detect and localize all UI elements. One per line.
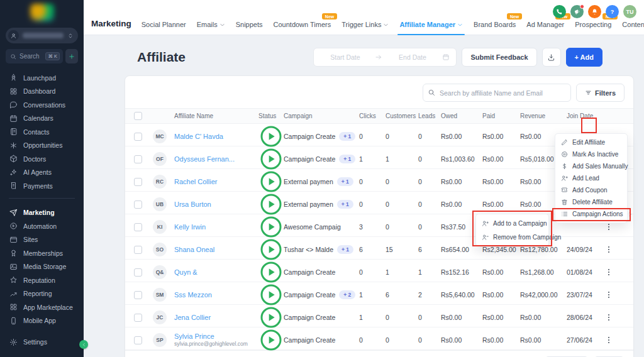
row-checkbox[interactable] xyxy=(134,291,142,299)
tab-social-planner[interactable]: Social Planner xyxy=(142,21,186,28)
sidebar-item-ai-agents[interactable]: AI Agents xyxy=(0,166,84,180)
sidebar-quick-add-button[interactable] xyxy=(65,49,78,63)
affiliate-name-link[interactable]: Ursa Burton xyxy=(174,200,258,209)
sidebar-item-launchpad[interactable]: Launchpad xyxy=(0,71,84,85)
row-checkbox[interactable] xyxy=(134,178,142,186)
affiliate-name-link[interactable]: Rachel Collier xyxy=(174,178,258,186)
person-minus-icon xyxy=(482,234,489,241)
table-row: SP Sylvia Prince sylvia.prince@gohighlev… xyxy=(125,327,633,350)
menu-item-remove-from-campaign[interactable]: Remove from Campaign xyxy=(476,230,548,244)
col-status: Status xyxy=(258,113,284,119)
tab-snippets[interactable]: Snippets xyxy=(236,21,263,28)
sidebar-item-reporting[interactable]: Reporting xyxy=(0,287,84,301)
affiliate-search-input[interactable] xyxy=(423,84,571,102)
row-actions-kebab-button[interactable] xyxy=(603,243,614,256)
menu-item-add-coupon[interactable]: Add Coupon xyxy=(555,184,627,196)
row-checkbox[interactable] xyxy=(134,336,142,344)
phone-button[interactable] xyxy=(553,5,566,18)
arrow-right-icon xyxy=(375,53,382,61)
affiliate-name-link[interactable]: Sss Mezzon xyxy=(174,291,258,299)
sidebar-item-settings[interactable]: Settings xyxy=(0,336,84,349)
clicks-value: 0 xyxy=(359,133,386,140)
menu-item-mark-as-inactive[interactable]: Mark As Inactive xyxy=(555,148,627,160)
table-row: JC Jena Collier Campaign Create 1 0 0 Rs… xyxy=(125,305,633,327)
sidebar-item-contacts[interactable]: Contacts xyxy=(0,125,84,139)
select-all-checkbox[interactable] xyxy=(134,112,142,120)
tab-prospecting[interactable]: Prospecting New xyxy=(575,21,611,28)
menu-item-campaign-actions[interactable]: Campaign Actions xyxy=(555,208,627,220)
affiliate-name-link[interactable]: Sylvia Prince xyxy=(174,332,258,341)
filters-button[interactable]: Filters xyxy=(576,84,625,102)
row-checkbox[interactable] xyxy=(134,314,142,322)
row-actions-kebab-button[interactable] xyxy=(603,265,614,279)
trend-icon xyxy=(9,290,18,298)
announce-button[interactable] xyxy=(570,5,584,18)
tab-ad-manager[interactable]: Ad Manager New xyxy=(526,21,564,28)
end-date-placeholder[interactable]: End Date xyxy=(387,53,437,61)
start-date-placeholder[interactable]: Start Date xyxy=(320,53,370,61)
affiliate-name-link[interactable]: Odysseus Fernan... xyxy=(174,155,258,163)
sidebar-item-media-storage[interactable]: Media Storage xyxy=(0,260,84,274)
coupon-icon xyxy=(561,187,568,194)
add-affiliate-button[interactable]: + Add xyxy=(566,48,602,67)
help-button[interactable]: ? xyxy=(606,5,619,18)
affiliate-name-link[interactable]: Kelly Irwin xyxy=(174,223,258,231)
row-actions-kebab-button[interactable] xyxy=(603,333,614,347)
sidebar-item-conversations[interactable]: Conversations xyxy=(0,98,84,112)
sidebar-item-mobile-app[interactable]: Mobile App xyxy=(0,314,84,328)
tab-emails[interactable]: Emails xyxy=(197,21,225,28)
clicks-value: 0 xyxy=(359,268,386,276)
sidebar-item-label: Automation xyxy=(23,222,57,230)
leads-value: 0 xyxy=(418,336,441,344)
bell-button[interactable] xyxy=(588,5,601,18)
sidebar-item-marketing[interactable]: Marketing xyxy=(0,206,84,220)
user-avatar[interactable]: TU xyxy=(623,5,636,18)
row-actions-kebab-button[interactable] xyxy=(603,310,614,324)
sidebar-search[interactable]: Search ⌘ K xyxy=(6,49,63,63)
sidebar-item-reputation[interactable]: Reputation xyxy=(0,273,84,287)
date-range-picker[interactable]: Start Date End Date xyxy=(313,48,457,67)
paid-value: Rs0.00 xyxy=(482,268,520,276)
row-checkbox[interactable] xyxy=(134,200,142,209)
sidebar-item-dashboard[interactable]: Dashboard xyxy=(0,85,84,99)
row-checkbox[interactable] xyxy=(134,133,142,141)
sidebar-item-memberships[interactable]: Memberships xyxy=(0,246,84,260)
export-button[interactable] xyxy=(542,48,561,67)
sidebar-collapse-button[interactable] xyxy=(79,340,88,349)
sidebar-item-doctors[interactable]: Doctors xyxy=(0,152,84,166)
account-switcher[interactable] xyxy=(6,28,78,43)
menu-item-add-lead[interactable]: Add Lead xyxy=(555,172,627,184)
tab-content-ai[interactable]: Content AI xyxy=(622,21,644,28)
sidebar-item-sites[interactable]: Sites xyxy=(0,233,84,247)
sidebar-item-payments[interactable]: Payments xyxy=(0,179,84,193)
status-active-icon xyxy=(258,237,284,262)
tab-affiliate-manager[interactable]: Affiliate Manager xyxy=(399,21,463,28)
menu-item-add-to-a-campaign[interactable]: Add to a Campaign xyxy=(476,216,548,230)
sidebar-item-label: Reputation xyxy=(23,277,55,284)
menu-item-add-sales-manually[interactable]: Add Sales Manually xyxy=(555,160,627,172)
row-checkbox[interactable] xyxy=(134,246,142,254)
tab-countdown-timers[interactable]: Countdown Timers New xyxy=(274,21,331,28)
receipt-icon xyxy=(9,182,18,190)
menu-item-edit-affiliate[interactable]: Edit Affiliate xyxy=(555,136,627,148)
row-checkbox[interactable] xyxy=(134,268,142,277)
sidebar-item-calendars[interactable]: Calendars xyxy=(0,112,84,126)
submit-feedback-button[interactable]: Submit Feedback xyxy=(462,48,536,67)
row-checkbox[interactable] xyxy=(134,223,142,231)
clicks-value: 1 xyxy=(359,291,386,299)
sidebar-item-app-marketplace[interactable]: App Marketplace xyxy=(0,300,84,314)
menu-item-delete-affiliate[interactable]: Delete Affiliate xyxy=(555,196,627,208)
campaign-count-badge: + 1 xyxy=(337,177,353,186)
chat-icon xyxy=(9,101,18,109)
sidebar-item-opportunities[interactable]: Opportunities xyxy=(0,139,84,153)
row-checkbox[interactable] xyxy=(134,155,142,163)
tab-trigger-links[interactable]: Trigger Links xyxy=(341,21,389,28)
affiliate-name-link[interactable]: Shana Oneal xyxy=(174,246,258,254)
tab-brand-boards[interactable]: Brand Boards New xyxy=(474,21,516,28)
affiliate-name-link[interactable]: Jena Collier xyxy=(174,314,258,322)
campaign-count-badge: + 1 xyxy=(337,200,353,209)
row-actions-kebab-button[interactable] xyxy=(603,288,614,302)
affiliate-name-link[interactable]: Quyn & xyxy=(174,268,258,277)
sidebar-item-automation[interactable]: Automation xyxy=(0,219,84,233)
affiliate-name-link[interactable]: Malde C' Havda xyxy=(174,133,258,141)
